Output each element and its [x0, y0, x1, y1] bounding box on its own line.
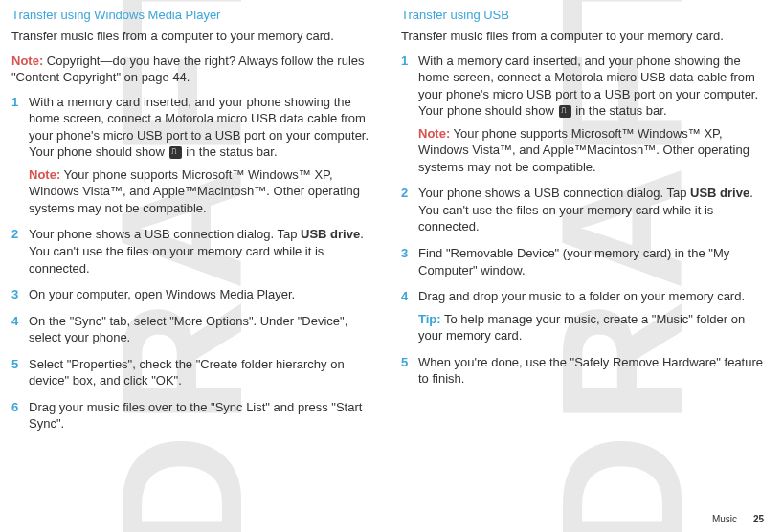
tip-text: To help manage your music, create a "Mus… — [418, 312, 745, 344]
step-text-before: Your phone shows a USB connection dialog… — [418, 186, 690, 200]
left-step-2: Your phone shows a USB connection dialog… — [11, 226, 374, 277]
right-step-5: When you're done, use the "Safely Remove… — [401, 354, 764, 388]
step-note: Note: Your phone supports Microsoft™ Win… — [29, 166, 374, 217]
step-tip: Tip: To help manage your music, create a… — [418, 311, 764, 344]
footer-section: Music — [712, 514, 737, 524]
right-column: Transfer using USB Transfer music files … — [401, 8, 764, 442]
right-step-2: Your phone shows a USB connection dialog… — [401, 185, 764, 235]
note-label: Note: — [11, 54, 43, 68]
note-label: Note: — [418, 126, 450, 141]
left-heading: Transfer using Windows Media Player — [11, 8, 374, 22]
left-step-1: With a memory card inserted, and your ph… — [11, 94, 374, 217]
left-steps: With a memory card inserted, and your ph… — [11, 94, 374, 432]
step-text-after: in the status bar. — [572, 103, 667, 118]
step-bold: USB drive — [690, 186, 749, 200]
note-label: Note: — [29, 167, 60, 182]
left-intro: Transfer music files from a computer to … — [11, 28, 374, 45]
left-step-6: Drag your music files over to the "Sync … — [11, 399, 374, 432]
step-text: Drag and drop your music to a folder on … — [418, 289, 745, 303]
right-step-4: Drag and drop your music to a folder on … — [401, 288, 764, 344]
note-text: Your phone supports Microsoft™ Windows™ … — [418, 126, 749, 174]
right-heading: Transfer using USB — [401, 8, 764, 22]
step-bold: USB drive — [301, 227, 360, 241]
right-intro: Transfer music files from a computer to … — [401, 28, 764, 45]
left-step-5: Select "Properties", check the "Create f… — [11, 356, 374, 389]
usb-icon — [559, 105, 571, 118]
left-step-4: On the "Sync" tab, select "More Options"… — [11, 313, 374, 346]
tip-label: Tip: — [418, 312, 441, 326]
step-note: Note: Your phone supports Microsoft™ Win… — [418, 125, 764, 176]
right-steps: With a memory card inserted, and your ph… — [401, 53, 764, 388]
step-text-after: in the status bar. — [183, 144, 278, 159]
right-step-3: Find "Removable Device" (your memory car… — [401, 245, 764, 278]
page-number: 25 — [753, 514, 764, 524]
left-note: Note: Copyright—do you have the right? A… — [11, 53, 374, 86]
right-step-1: With a memory card inserted, and your ph… — [401, 53, 764, 176]
note-text: Copyright—do you have the right? Always … — [11, 54, 365, 85]
step-text-before: Your phone shows a USB connection dialog… — [29, 227, 301, 241]
page-content: Transfer using Windows Media Player Tran… — [0, 0, 783, 442]
left-step-3: On your computer, open Windows Media Pla… — [11, 286, 374, 303]
note-text: Your phone supports Microsoft™ Windows™ … — [29, 167, 360, 215]
page-footer: Music 25 — [712, 514, 764, 524]
usb-icon — [169, 146, 182, 159]
left-column: Transfer using Windows Media Player Tran… — [11, 8, 374, 442]
